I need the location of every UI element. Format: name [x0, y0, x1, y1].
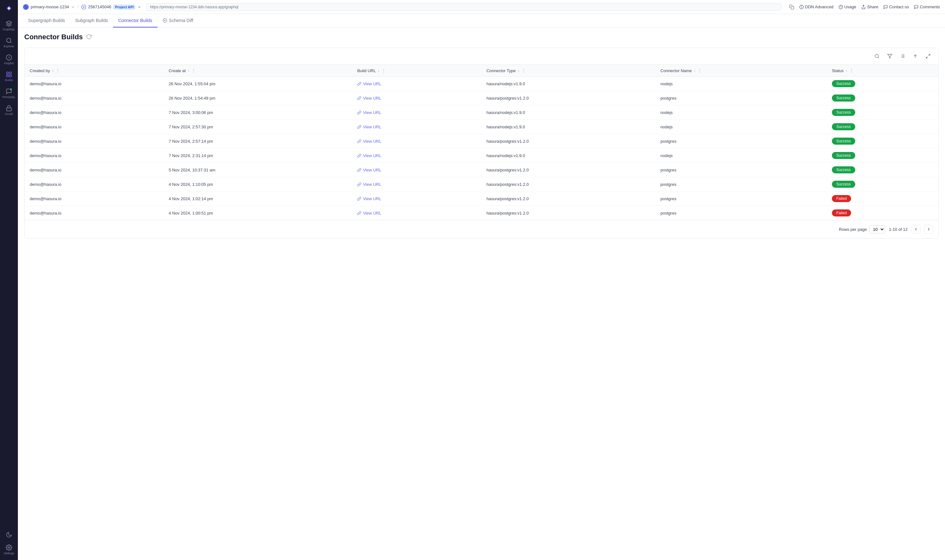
sort-build-url-icon[interactable]: ↕ — [378, 69, 380, 72]
ddn-advanced-link[interactable]: DDN Advanced — [799, 5, 834, 9]
sort-created-at-icon[interactable]: ↕ — [188, 69, 190, 72]
sidebar-item-insights[interactable]: Insights — [1, 52, 17, 68]
view-url-link-8[interactable]: View URL — [357, 196, 476, 201]
sidebar-item-builds[interactable]: Builds — [1, 69, 17, 84]
svg-point-15 — [875, 54, 879, 58]
table-row: demo@hasura.io 7 Nov 2024, 2:31:14 pm Vi… — [25, 148, 938, 163]
sort-status-icon[interactable]: ↕ — [846, 69, 848, 72]
cell-connector-name-7: postgres — [655, 177, 826, 192]
cell-build-url-7: View URL — [352, 177, 481, 192]
pagination-next-button[interactable] — [924, 225, 933, 234]
cell-build-url-6: View URL — [352, 163, 481, 177]
contact-us-label: Contact us — [889, 5, 909, 9]
cell-created-by-9: demo@hasura.io — [25, 206, 163, 220]
cell-status-6: Success — [827, 163, 938, 177]
view-url-link-9[interactable]: View URL — [357, 211, 476, 215]
menu-connector-type-icon[interactable]: ⋮ — [521, 68, 526, 73]
rows-per-page-label: Rows per page — [839, 227, 867, 232]
link-icon-3 — [357, 125, 361, 129]
filter-button[interactable] — [885, 51, 895, 61]
sidebar-item-dark-mode[interactable] — [1, 529, 17, 540]
project-api-selector[interactable]: 2567145046 Project API — [81, 5, 142, 9]
svg-rect-5 — [9, 72, 11, 74]
sort-button[interactable] — [910, 51, 920, 61]
copy-url-button[interactable] — [786, 2, 797, 12]
cell-connector-type-1: hasura/postgres:v1.2.0 — [481, 91, 655, 105]
status-badge-6: Success — [832, 166, 855, 173]
cell-created-by-3: demo@hasura.io — [25, 120, 163, 134]
app-logo[interactable] — [3, 3, 15, 14]
sidebar-item-explorer[interactable]: Explorer — [1, 35, 17, 51]
tab-subgraph-builds[interactable]: Subgraph Builds — [70, 14, 113, 28]
filter-icon — [887, 54, 892, 59]
cell-connector-name-1: postgres — [655, 91, 826, 105]
contact-us-link[interactable]: Contact us — [883, 5, 909, 9]
tab-supergraph-builds[interactable]: Supergraph Builds — [23, 14, 70, 28]
sort-icon — [913, 54, 918, 59]
view-url-link-1[interactable]: View URL — [357, 96, 476, 101]
table-row: demo@hasura.io 26 Nov 2024, 1:54:49 pm V… — [25, 91, 938, 105]
view-url-link-3[interactable]: View URL — [357, 125, 476, 129]
cell-created-at-9: 4 Nov 2024, 1:00:51 pm — [163, 206, 352, 220]
tab-schema-diff[interactable]: Schema Diff — [157, 14, 198, 28]
view-url-link-7[interactable]: View URL — [357, 182, 476, 187]
project-selector[interactable]: 🐾 primary-moose-1234 — [23, 4, 75, 10]
cell-status-0: Success — [827, 77, 938, 91]
sort-created-by-icon[interactable]: ↕ — [52, 69, 54, 72]
usage-label: Usage — [844, 5, 857, 9]
build-tabs: Supergraph Builds Subgraph Builds Connec… — [18, 14, 945, 28]
fullscreen-button[interactable] — [923, 51, 933, 61]
svg-rect-7 — [9, 75, 11, 77]
col-connector-type: Connector Type ↕ ⋮ — [481, 65, 655, 77]
fullscreen-icon — [925, 54, 931, 59]
view-url-link-4[interactable]: View URL — [357, 139, 476, 144]
link-icon-1 — [357, 96, 361, 100]
menu-created-by-icon[interactable]: ⋮ — [55, 68, 60, 73]
status-badge-9: Failed — [832, 209, 851, 217]
view-url-link-2[interactable]: View URL — [357, 110, 476, 115]
menu-connector-name-icon[interactable]: ⋮ — [697, 68, 702, 73]
view-url-link-0[interactable]: View URL — [357, 82, 476, 86]
status-badge-8: Failed — [832, 195, 851, 202]
sidebar-item-oauth[interactable]: OAuth — [1, 103, 17, 118]
sidebar-item-promptql[interactable]: PromptQL — [1, 86, 17, 101]
project-id: 2567145046 — [88, 5, 111, 9]
view-url-link-6[interactable]: View URL — [357, 168, 476, 172]
sort-connector-name-icon[interactable]: ↕ — [694, 69, 696, 72]
menu-status-icon[interactable]: ⋮ — [849, 68, 854, 73]
menu-created-at-icon[interactable]: ⋮ — [191, 68, 196, 73]
cell-created-by-8: demo@hasura.io — [25, 192, 163, 206]
project-api-badge: Project API — [113, 5, 136, 9]
refresh-icon[interactable] — [86, 34, 92, 40]
cell-connector-name-4: postgres — [655, 134, 826, 148]
project-icon: 🐾 — [23, 4, 29, 10]
cell-created-by-6: demo@hasura.io — [25, 163, 163, 177]
sort-connector-type-icon[interactable]: ↕ — [518, 69, 520, 72]
api-icon — [81, 5, 86, 9]
cell-build-url-1: View URL — [352, 91, 481, 105]
topbar-url[interactable]: https://primary-moose-1234.ddn.hasura.ap… — [146, 3, 781, 11]
search-button[interactable] — [872, 51, 882, 61]
cell-connector-type-8: hasura/postgres:v1.2.0 — [481, 192, 655, 206]
view-url-link-5[interactable]: View URL — [357, 153, 476, 158]
table-header-row: Created by ↕ ⋮ Create at ↕ ⋮ — [25, 65, 938, 77]
columns-button[interactable] — [897, 51, 908, 61]
chevron-down-icon-2 — [137, 5, 141, 9]
table-row: demo@hasura.io 4 Nov 2024, 1:10:05 pm Vi… — [25, 177, 938, 192]
topbar-actions: DDN Advanced Usage Share Contact us Comm… — [799, 5, 940, 9]
pagination-prev-button[interactable] — [911, 225, 920, 234]
sidebar-item-graphiql[interactable]: GraphiQL — [1, 18, 17, 34]
cell-created-at-2: 7 Nov 2024, 3:00:06 pm — [163, 105, 352, 120]
rows-per-page-select[interactable]: 10 25 50 — [869, 225, 885, 233]
menu-build-url-icon[interactable]: ⋮ — [381, 68, 386, 73]
share-link[interactable]: Share — [861, 5, 878, 9]
cell-created-by-1: demo@hasura.io — [25, 91, 163, 105]
tab-connector-builds[interactable]: Connector Builds — [113, 14, 157, 28]
usage-link[interactable]: Usage — [839, 5, 857, 9]
cell-connector-name-0: nodejs — [655, 77, 826, 91]
ddn-advanced-label: DDN Advanced — [805, 5, 834, 9]
sidebar-item-settings[interactable]: Settings — [1, 542, 17, 557]
status-badge-1: Success — [832, 94, 855, 102]
link-icon-5 — [357, 154, 361, 158]
comments-link[interactable]: Comments — [914, 5, 940, 9]
